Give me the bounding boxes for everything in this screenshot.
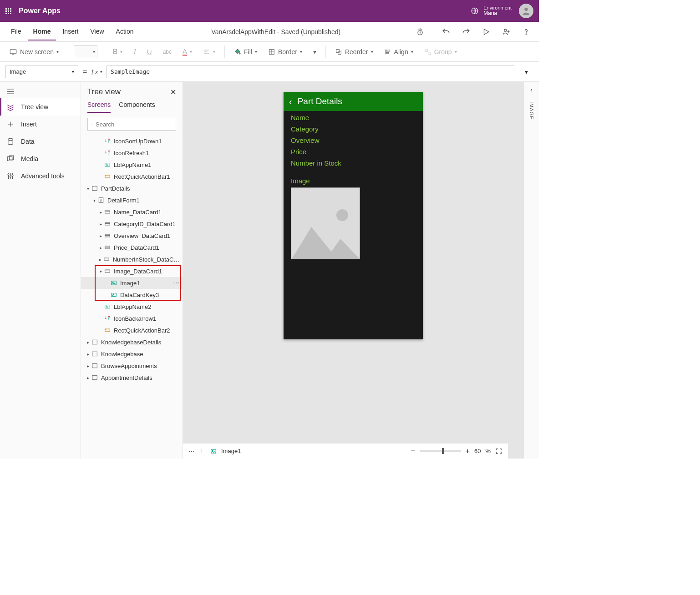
expand-properties-button[interactable]: ‹ bbox=[530, 86, 532, 93]
text-align-button[interactable]: ▾ bbox=[199, 46, 219, 57]
field-label-image[interactable]: Image bbox=[284, 174, 423, 186]
field-label-name[interactable]: Name bbox=[284, 111, 423, 122]
field-label-number-in-stock[interactable]: Number in Stock bbox=[284, 156, 423, 168]
back-arrow-icon[interactable]: ‹ bbox=[289, 96, 292, 107]
field-label-price[interactable]: Price bbox=[284, 145, 423, 156]
expand-icon[interactable]: ▸ bbox=[85, 352, 91, 357]
expand-formula-button[interactable]: ▾ bbox=[519, 65, 533, 79]
expand-icon[interactable]: ▸ bbox=[97, 257, 103, 262]
bold-button[interactable]: B▾ bbox=[109, 46, 127, 58]
tree-item-Knowledgebase[interactable]: ▸Knowledgebase bbox=[81, 348, 183, 360]
underline-button[interactable]: U bbox=[143, 46, 156, 57]
breadcrumb-current[interactable]: Image1 bbox=[221, 448, 241, 454]
phone-canvas[interactable]: ‹ Part Details NameCategoryOverviewPrice… bbox=[284, 92, 423, 339]
menu-home[interactable]: Home bbox=[28, 23, 56, 40]
image-placeholder[interactable] bbox=[291, 187, 360, 259]
rail-insert[interactable]: Insert bbox=[0, 116, 81, 133]
rail-advanced-tools[interactable]: Advanced tools bbox=[0, 167, 81, 185]
collapse-icon[interactable]: ▾ bbox=[97, 269, 104, 274]
align-button[interactable]: Align▾ bbox=[380, 46, 417, 57]
app-checker-icon[interactable] bbox=[413, 25, 427, 39]
expand-icon[interactable]: ▸ bbox=[85, 340, 91, 345]
menu-insert[interactable]: Insert bbox=[57, 23, 84, 40]
canvas-area[interactable]: ‹ Part Details NameCategoryOverviewPrice… bbox=[183, 82, 523, 459]
reorder-button[interactable]: Reorder▾ bbox=[331, 46, 377, 57]
svg-rect-15 bbox=[10, 156, 14, 160]
tree-item-DataCardKey3[interactable]: DataCardKey3 bbox=[81, 289, 183, 301]
collapse-icon[interactable]: ▾ bbox=[85, 186, 91, 191]
fit-screen-button[interactable] bbox=[495, 448, 502, 455]
formula-input[interactable]: SampleImage bbox=[107, 66, 514, 78]
more-options-button[interactable]: ⋯ bbox=[173, 279, 180, 287]
play-button[interactable] bbox=[479, 25, 493, 39]
tree-item-NumberInStock_DataCard1[interactable]: ▸NumberInStock_DataCard1 bbox=[81, 253, 183, 265]
font-select[interactable]: ▾ bbox=[74, 45, 97, 58]
svg-rect-42 bbox=[92, 363, 97, 368]
field-label-category[interactable]: Category bbox=[284, 122, 423, 134]
zoom-slider[interactable] bbox=[420, 450, 461, 452]
tree-search-input[interactable] bbox=[87, 118, 176, 131]
tree-item-Price_DataCard1[interactable]: ▸Price_DataCard1 bbox=[81, 242, 183, 253]
tree-item-DetailForm1[interactable]: ▾DetailForm1 bbox=[81, 194, 183, 206]
tree-item-BrowseAppointments[interactable]: ▸BrowseAppointments bbox=[81, 360, 183, 372]
font-color-button[interactable]: A▾ bbox=[179, 46, 196, 58]
zoom-out-button[interactable]: − bbox=[411, 446, 416, 456]
tree-item-LblAppName2[interactable]: LblAppName2 bbox=[81, 301, 183, 313]
strikethrough-button[interactable]: abc bbox=[159, 47, 175, 57]
tree-item-RectQuickActionBar1[interactable]: RectQuickActionBar1 bbox=[81, 171, 183, 182]
tree-item-IconRefresh1[interactable]: IconRefresh1 bbox=[81, 147, 183, 159]
tree-item-CategoryID_DataCard1[interactable]: ▸CategoryID_DataCard1 bbox=[81, 218, 183, 230]
tree-item-LblAppName1[interactable]: LblAppName1 bbox=[81, 159, 183, 171]
tree-item-Name_DataCard1[interactable]: ▸Name_DataCard1 bbox=[81, 206, 183, 218]
rail-tree-view[interactable]: Tree view bbox=[0, 98, 81, 116]
help-button[interactable] bbox=[519, 25, 533, 39]
more-formatting-button[interactable]: ▾ bbox=[309, 46, 320, 57]
menu-action[interactable]: Action bbox=[111, 23, 139, 40]
expand-icon[interactable]: ▸ bbox=[97, 222, 104, 227]
rail-data[interactable]: Data bbox=[0, 133, 81, 150]
expand-icon[interactable]: ▸ bbox=[85, 375, 91, 380]
tree-item-PartDetails[interactable]: ▾PartDetails bbox=[81, 182, 183, 194]
tree-item-Image_DataCard1[interactable]: ▾Image_DataCard1 bbox=[81, 265, 183, 277]
collapse-icon[interactable]: ▾ bbox=[91, 198, 97, 203]
tree-tab-screens[interactable]: Screens bbox=[87, 101, 111, 113]
tree-item-RectQuickActionBar2[interactable]: RectQuickActionBar2 bbox=[81, 324, 183, 336]
expand-icon[interactable]: ▸ bbox=[97, 210, 104, 215]
rail-toggle-button[interactable] bbox=[0, 85, 81, 98]
rail-media[interactable]: Media bbox=[0, 150, 81, 167]
zoom-in-button[interactable]: + bbox=[466, 447, 470, 455]
property-select[interactable]: Image ▾ bbox=[5, 66, 78, 78]
user-avatar[interactable] bbox=[519, 4, 533, 18]
fill-button[interactable]: Fill▾ bbox=[230, 46, 261, 57]
tree-item-KnowledgebaseDetails[interactable]: ▸KnowledgebaseDetails bbox=[81, 336, 183, 348]
environment-picker[interactable]: Environment Maria bbox=[471, 5, 512, 16]
tree-item-IconBackarrow1[interactable]: IconBackarrow1 bbox=[81, 313, 183, 324]
label-icon bbox=[104, 161, 111, 168]
breadcrumb-more-button[interactable]: ⋯ bbox=[188, 448, 195, 454]
tree-tab-components[interactable]: Components bbox=[119, 101, 155, 113]
properties-panel-collapsed[interactable]: ‹ IMAGE bbox=[523, 82, 539, 459]
tree-item-Image1[interactable]: Image1⋯ bbox=[81, 277, 183, 289]
fx-button[interactable]: fx▾ bbox=[91, 68, 102, 76]
expand-icon[interactable]: ▸ bbox=[97, 233, 104, 238]
tree-item-AppointmentDetails[interactable]: ▸AppointmentDetails bbox=[81, 372, 183, 383]
menu-view[interactable]: View bbox=[85, 23, 109, 40]
separator bbox=[433, 26, 433, 37]
field-label-overview[interactable]: Overview bbox=[284, 134, 423, 145]
screen-icon bbox=[91, 362, 98, 369]
group-button[interactable]: Group▾ bbox=[421, 46, 461, 57]
redo-button[interactable] bbox=[459, 25, 473, 39]
share-button[interactable] bbox=[499, 25, 513, 39]
expand-icon[interactable]: ▸ bbox=[85, 363, 91, 368]
brand-title: Power Apps bbox=[19, 7, 61, 15]
app-launcher-icon[interactable] bbox=[5, 8, 11, 14]
border-button[interactable]: Border▾ bbox=[264, 46, 306, 57]
close-panel-button[interactable]: ✕ bbox=[170, 88, 176, 96]
expand-icon[interactable]: ▸ bbox=[97, 245, 104, 250]
tree-item-Overview_DataCard1[interactable]: ▸Overview_DataCard1 bbox=[81, 230, 183, 242]
tree-item-IconSortUpDown1[interactable]: IconSortUpDown1 bbox=[81, 135, 183, 147]
undo-button[interactable] bbox=[439, 25, 453, 39]
new-screen-button[interactable]: New screen ▾ bbox=[5, 46, 62, 58]
italic-button[interactable]: I bbox=[130, 46, 139, 58]
menu-file[interactable]: File bbox=[5, 23, 27, 40]
